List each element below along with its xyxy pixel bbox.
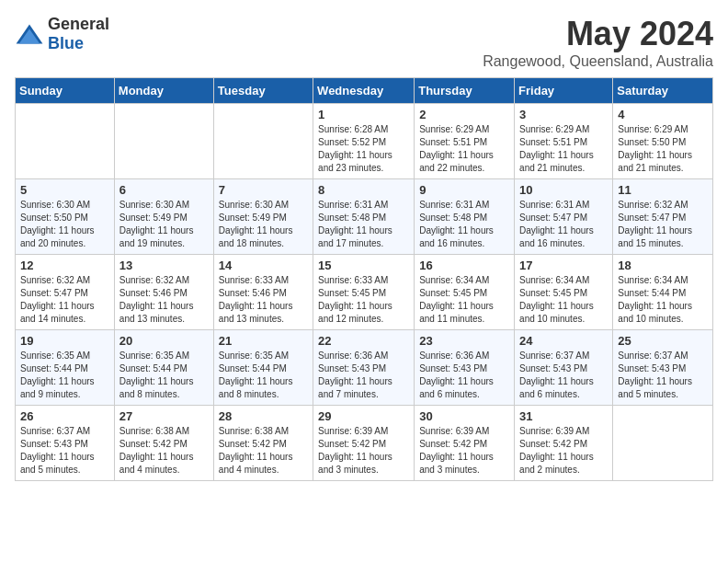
day-number: 7 [219, 183, 308, 197]
calendar-cell: 1Sunrise: 6:28 AMSunset: 5:52 PMDaylight… [313, 104, 415, 179]
day-info: Sunrise: 6:36 AMSunset: 5:43 PMDaylight:… [419, 350, 509, 401]
calendar-cell [613, 406, 713, 481]
day-number: 28 [219, 409, 308, 423]
day-number: 29 [318, 409, 409, 423]
day-info: Sunrise: 6:37 AMSunset: 5:43 PMDaylight:… [20, 425, 109, 477]
calendar-cell: 5Sunrise: 6:30 AMSunset: 5:50 PMDaylight… [16, 179, 115, 255]
day-info: Sunrise: 6:34 AMSunset: 5:45 PMDaylight:… [419, 274, 509, 326]
day-info: Sunrise: 6:38 AMSunset: 5:42 PMDaylight:… [119, 425, 209, 477]
calendar-cell: 15Sunrise: 6:33 AMSunset: 5:45 PMDayligh… [313, 255, 415, 330]
page-header: General Blue May 2024 Rangewood, Queensl… [15, 15, 713, 70]
day-info: Sunrise: 6:30 AMSunset: 5:50 PMDaylight:… [20, 199, 109, 250]
day-number: 4 [618, 108, 708, 121]
calendar-cell: 23Sunrise: 6:36 AMSunset: 5:43 PMDayligh… [415, 330, 515, 406]
calendar-cell [114, 104, 213, 179]
location-title: Rangewood, Queensland, Australia [483, 53, 713, 70]
calendar-cell: 16Sunrise: 6:34 AMSunset: 5:45 PMDayligh… [415, 255, 515, 330]
day-info: Sunrise: 6:32 AMSunset: 5:47 PMDaylight:… [618, 199, 708, 250]
day-info: Sunrise: 6:33 AMSunset: 5:46 PMDaylight:… [219, 274, 308, 326]
weekday-header: Monday [114, 78, 213, 104]
day-number: 20 [119, 334, 209, 348]
day-info: Sunrise: 6:36 AMSunset: 5:43 PMDaylight:… [318, 350, 409, 401]
day-info: Sunrise: 6:29 AMSunset: 5:51 PMDaylight:… [519, 123, 608, 175]
calendar-cell: 14Sunrise: 6:33 AMSunset: 5:46 PMDayligh… [213, 255, 313, 330]
calendar-cell: 17Sunrise: 6:34 AMSunset: 5:45 PMDayligh… [515, 255, 613, 330]
calendar-week-row: 5Sunrise: 6:30 AMSunset: 5:50 PMDaylight… [16, 179, 713, 255]
weekday-header: Friday [515, 78, 613, 104]
calendar-cell: 22Sunrise: 6:36 AMSunset: 5:43 PMDayligh… [313, 330, 415, 406]
calendar-cell: 27Sunrise: 6:38 AMSunset: 5:42 PMDayligh… [114, 406, 213, 481]
day-number: 3 [519, 108, 608, 121]
logo-blue: Blue [48, 34, 84, 52]
logo: General Blue [15, 15, 109, 53]
day-number: 16 [419, 259, 509, 272]
weekday-header: Thursday [415, 78, 515, 104]
day-number: 26 [20, 409, 109, 423]
calendar-cell: 7Sunrise: 6:30 AMSunset: 5:49 PMDaylight… [213, 179, 313, 255]
day-info: Sunrise: 6:30 AMSunset: 5:49 PMDaylight:… [219, 199, 308, 250]
day-number: 22 [318, 334, 409, 348]
calendar-cell: 21Sunrise: 6:35 AMSunset: 5:44 PMDayligh… [213, 330, 313, 406]
day-info: Sunrise: 6:28 AMSunset: 5:52 PMDaylight:… [318, 123, 409, 175]
day-info: Sunrise: 6:39 AMSunset: 5:42 PMDaylight:… [419, 425, 509, 477]
logo-general: General [48, 15, 109, 33]
calendar-cell: 8Sunrise: 6:31 AMSunset: 5:48 PMDaylight… [313, 179, 415, 255]
calendar-cell: 18Sunrise: 6:34 AMSunset: 5:44 PMDayligh… [613, 255, 713, 330]
day-number: 12 [20, 259, 109, 272]
calendar-week-row: 19Sunrise: 6:35 AMSunset: 5:44 PMDayligh… [16, 330, 713, 406]
calendar-cell: 3Sunrise: 6:29 AMSunset: 5:51 PMDaylight… [515, 104, 613, 179]
calendar-cell: 29Sunrise: 6:39 AMSunset: 5:42 PMDayligh… [313, 406, 415, 481]
day-info: Sunrise: 6:29 AMSunset: 5:50 PMDaylight:… [618, 123, 708, 175]
day-info: Sunrise: 6:35 AMSunset: 5:44 PMDaylight:… [219, 350, 308, 401]
calendar-header-row: SundayMondayTuesdayWednesdayThursdayFrid… [16, 78, 713, 104]
calendar-cell: 2Sunrise: 6:29 AMSunset: 5:51 PMDaylight… [415, 104, 515, 179]
day-number: 14 [219, 259, 308, 272]
day-info: Sunrise: 6:34 AMSunset: 5:45 PMDaylight:… [519, 274, 608, 326]
calendar-cell: 12Sunrise: 6:32 AMSunset: 5:47 PMDayligh… [16, 255, 115, 330]
calendar-cell [16, 104, 115, 179]
day-number: 6 [119, 183, 209, 197]
calendar-cell [213, 104, 313, 179]
day-number: 23 [419, 334, 509, 348]
day-info: Sunrise: 6:37 AMSunset: 5:43 PMDaylight:… [519, 350, 608, 401]
day-number: 8 [318, 183, 409, 197]
day-info: Sunrise: 6:39 AMSunset: 5:42 PMDaylight:… [318, 425, 409, 477]
day-number: 18 [618, 259, 708, 272]
weekday-header: Saturday [613, 78, 713, 104]
weekday-header: Sunday [16, 78, 115, 104]
day-info: Sunrise: 6:30 AMSunset: 5:49 PMDaylight:… [119, 199, 209, 250]
weekday-header: Tuesday [213, 78, 313, 104]
day-info: Sunrise: 6:32 AMSunset: 5:46 PMDaylight:… [119, 274, 209, 326]
day-info: Sunrise: 6:39 AMSunset: 5:42 PMDaylight:… [519, 425, 608, 477]
logo-icon [15, 23, 44, 45]
day-info: Sunrise: 6:35 AMSunset: 5:44 PMDaylight:… [20, 350, 109, 401]
calendar-cell: 9Sunrise: 6:31 AMSunset: 5:48 PMDaylight… [415, 179, 515, 255]
weekday-header: Wednesday [313, 78, 415, 104]
day-info: Sunrise: 6:35 AMSunset: 5:44 PMDaylight:… [119, 350, 209, 401]
calendar-cell: 24Sunrise: 6:37 AMSunset: 5:43 PMDayligh… [515, 330, 613, 406]
calendar-cell: 4Sunrise: 6:29 AMSunset: 5:50 PMDaylight… [613, 104, 713, 179]
calendar-cell: 6Sunrise: 6:30 AMSunset: 5:49 PMDaylight… [114, 179, 213, 255]
day-number: 11 [618, 183, 708, 197]
day-number: 2 [419, 108, 509, 121]
day-info: Sunrise: 6:29 AMSunset: 5:51 PMDaylight:… [419, 123, 509, 175]
day-number: 21 [219, 334, 308, 348]
calendar-cell: 31Sunrise: 6:39 AMSunset: 5:42 PMDayligh… [515, 406, 613, 481]
day-number: 15 [318, 259, 409, 272]
day-number: 30 [419, 409, 509, 423]
title-block: May 2024 Rangewood, Queensland, Australi… [483, 15, 713, 70]
day-number: 24 [519, 334, 608, 348]
calendar-cell: 28Sunrise: 6:38 AMSunset: 5:42 PMDayligh… [213, 406, 313, 481]
day-number: 1 [318, 108, 409, 121]
day-number: 9 [419, 183, 509, 197]
day-info: Sunrise: 6:37 AMSunset: 5:43 PMDaylight:… [618, 350, 708, 401]
calendar-cell: 10Sunrise: 6:31 AMSunset: 5:47 PMDayligh… [515, 179, 613, 255]
calendar-cell: 11Sunrise: 6:32 AMSunset: 5:47 PMDayligh… [613, 179, 713, 255]
calendar-cell: 13Sunrise: 6:32 AMSunset: 5:46 PMDayligh… [114, 255, 213, 330]
day-info: Sunrise: 6:31 AMSunset: 5:48 PMDaylight:… [318, 199, 409, 250]
calendar-week-row: 26Sunrise: 6:37 AMSunset: 5:43 PMDayligh… [16, 406, 713, 481]
day-number: 27 [119, 409, 209, 423]
day-info: Sunrise: 6:31 AMSunset: 5:48 PMDaylight:… [419, 199, 509, 250]
month-title: May 2024 [483, 15, 713, 53]
calendar-cell: 30Sunrise: 6:39 AMSunset: 5:42 PMDayligh… [415, 406, 515, 481]
